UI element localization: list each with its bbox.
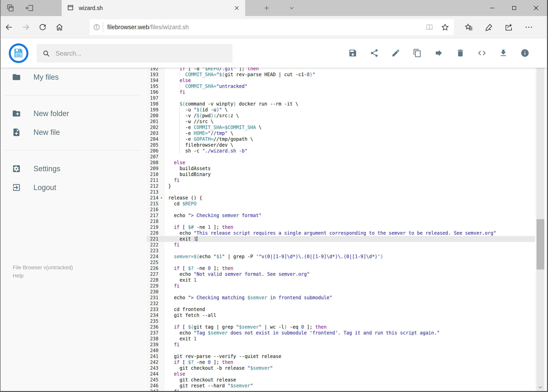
code-row[interactable]: 228 exit 1 xyxy=(147,277,535,283)
code-row[interactable]: 224 semver=$(echo "$1" | grep -P '^v(0|[… xyxy=(147,254,535,259)
sidebar-item-logout[interactable]: Logout xyxy=(0,178,147,197)
code-row[interactable]: 216 xyxy=(147,207,535,213)
delete-button[interactable] xyxy=(456,49,465,57)
code-row[interactable]: 220 echo "This release script requires a… xyxy=(147,230,535,236)
code-row[interactable]: 200 -v /$(pwd):/src:z \ xyxy=(147,113,535,119)
minimize-button[interactable] xyxy=(481,0,503,16)
fold-marker-icon[interactable]: ▾ xyxy=(160,195,165,201)
code-row[interactable]: 207 xyxy=(147,154,535,160)
code-row[interactable]: 229 fi xyxy=(147,283,535,289)
code-row[interactable]: 239 fi xyxy=(147,342,535,348)
sidebar-item-new-folder[interactable]: New folder xyxy=(0,104,147,123)
code-row[interactable]: 236 if [ $(git tag | grep "$semver" | wc… xyxy=(147,324,535,330)
save-button[interactable] xyxy=(348,49,357,57)
help-link[interactable]: Help xyxy=(13,272,73,280)
code-row[interactable]: 201 -w //src \ xyxy=(147,119,535,125)
code-row[interactable]: 203 -e HOME="//tmp" \ xyxy=(147,130,535,136)
code-row[interactable]: 242 if [ $? -ne 0 ]; then xyxy=(147,359,535,365)
move-button[interactable] xyxy=(434,49,443,57)
back-button[interactable] xyxy=(0,18,17,36)
code-row[interactable]: 235 xyxy=(147,318,535,324)
url-box[interactable]: filebrowser.web/files/wizard.sh xyxy=(90,19,454,35)
code-row[interactable]: 227 echo "Not valid semver format. See s… xyxy=(147,271,535,277)
code-row[interactable]: 223 xyxy=(147,248,535,254)
code-row[interactable]: 247 fi xyxy=(147,389,535,391)
tab-preview-chevron-icon[interactable] xyxy=(284,3,299,13)
code-row[interactable]: 199 -u "$(id -u)" \ xyxy=(147,107,535,113)
site-info-icon[interactable] xyxy=(93,24,100,31)
hub-favorites-icon[interactable] xyxy=(465,23,473,32)
code-row[interactable]: 230 xyxy=(147,289,535,295)
code-row[interactable]: 240 xyxy=(147,348,535,353)
code-row[interactable]: 241 git rev-parse --verify --quiet relea… xyxy=(147,353,535,359)
code-button[interactable] xyxy=(477,49,486,57)
code-row[interactable]: 198 $(command -v winpty) docker run --rm… xyxy=(147,101,535,107)
browser-tab[interactable]: wizard.sh xyxy=(62,0,245,16)
sidebar-item-new-file[interactable]: New file xyxy=(0,123,147,142)
code-row[interactable]: 226 if [ $? -ne 0 ]; then xyxy=(147,265,535,271)
code-row[interactable]: 193 COMMIT_SHA="$(git rev-parse HEAD | c… xyxy=(147,72,535,77)
code-row[interactable]: 244 else xyxy=(147,371,535,377)
code-row[interactable]: 218 xyxy=(147,218,535,224)
code-row[interactable]: 211 fi xyxy=(147,177,535,183)
home-button[interactable] xyxy=(51,18,68,36)
new-tab-button[interactable] xyxy=(259,3,274,13)
copy-button[interactable] xyxy=(413,49,422,57)
refresh-button[interactable] xyxy=(34,18,51,36)
info-button[interactable] xyxy=(520,49,529,57)
code-row[interactable]: 234 git fetch --all xyxy=(147,312,535,318)
code-row[interactable]: 214▾release () { xyxy=(147,195,535,201)
code-row[interactable]: 233 cd frontend xyxy=(147,307,535,312)
maximize-button[interactable] xyxy=(503,0,525,16)
code-row[interactable]: 243 git checkout -b release "$semver" xyxy=(147,365,535,371)
annotate-pen-icon[interactable] xyxy=(484,23,493,32)
share-icon[interactable] xyxy=(504,23,513,32)
code-row[interactable]: 208 else xyxy=(147,160,535,166)
close-button[interactable] xyxy=(525,0,547,16)
add-favorite-star-icon[interactable] xyxy=(441,23,449,31)
code-row[interactable]: 238 exit 1 xyxy=(147,336,535,342)
edit-button[interactable] xyxy=(391,49,400,57)
search-box[interactable] xyxy=(37,44,232,63)
code-row[interactable]: 192 if [ -d "$REPO/.git" ]; then xyxy=(147,68,535,72)
code-row[interactable]: 221 exit 1 xyxy=(147,236,535,242)
code-row[interactable]: 219 if [ $# -ne 1 ]; then xyxy=(147,224,535,230)
code-editor[interactable]: 192 if [ -d "$REPO/.git" ]; then193 COMM… xyxy=(147,68,535,391)
code-row[interactable]: 206 sh -c "./wizard.sh -b" xyxy=(147,148,535,154)
code-row[interactable]: 237 echo "Tag $semver does not exist in … xyxy=(147,330,535,336)
code-row[interactable]: 202 -e COMMIT_SHA=$COMMIT_SHA \ xyxy=(147,125,535,130)
more-actions-icon[interactable] xyxy=(524,23,533,32)
code-row[interactable]: 209 buildAssets xyxy=(147,166,535,171)
code-row[interactable]: 212} xyxy=(147,183,535,189)
tabs-you-set-aside-icon[interactable] xyxy=(6,4,15,13)
tab-close-icon[interactable] xyxy=(234,5,240,11)
code-row[interactable]: 246 git reset --hard "$semver" xyxy=(147,383,535,389)
code-row[interactable]: 232 xyxy=(147,301,535,307)
code-row[interactable]: 231 echo "> Checking matching $semver in… xyxy=(147,295,535,301)
code-row[interactable]: 225 xyxy=(147,259,535,265)
code-row[interactable]: 217 echo "> Checking semver format" xyxy=(147,213,535,218)
download-button[interactable] xyxy=(499,49,508,57)
reading-view-icon[interactable] xyxy=(425,23,434,31)
code-row[interactable]: 196 fi xyxy=(147,89,535,95)
code-row[interactable]: 215 cd $REPO xyxy=(147,201,535,207)
code-row[interactable]: 245 git checkout release xyxy=(147,377,535,383)
page-scrollbar[interactable] xyxy=(536,38,544,391)
code-row[interactable]: 194 else xyxy=(147,77,535,83)
search-input[interactable] xyxy=(55,49,230,57)
code-row[interactable]: 204 -e GOPATH=//tmp/gopath \ xyxy=(147,136,535,142)
code-row[interactable]: 197 xyxy=(147,95,535,101)
sidebar-item-settings[interactable]: Settings xyxy=(0,159,147,178)
scroll-down-arrow-icon[interactable] xyxy=(536,384,544,391)
sidebar-item-my-files[interactable]: My files xyxy=(0,68,147,86)
scrollbar-thumb[interactable] xyxy=(536,219,544,269)
code-row[interactable]: 222 fi xyxy=(147,242,535,248)
code-row[interactable]: 210 buildBinary xyxy=(147,171,535,177)
code-row[interactable]: 195 COMMIT_SHA="untracked" xyxy=(147,83,535,89)
forward-button[interactable] xyxy=(17,18,34,36)
code-row[interactable]: 213 xyxy=(147,189,535,195)
code-row[interactable]: 205 filebrowser/dev \ xyxy=(147,142,535,148)
set-tabs-aside-icon[interactable] xyxy=(25,4,34,13)
share-button[interactable] xyxy=(370,49,379,57)
filebrowser-logo[interactable] xyxy=(9,43,28,63)
